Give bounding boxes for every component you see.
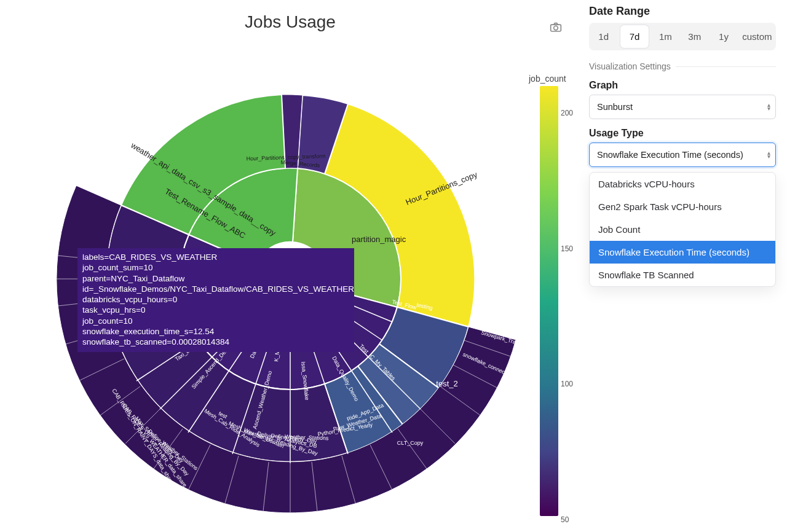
usage-type-label: Usage Type: [589, 128, 776, 139]
range-1m[interactable]: 1m: [651, 23, 680, 50]
usage-option-databricks[interactable]: Databricks vCPU-hours: [590, 173, 775, 195]
range-1y[interactable]: 1y: [709, 23, 738, 50]
settings-sidebar: Date Range 1d 7d 1m 3m 1y custom Visuali…: [580, 0, 787, 532]
range-7d[interactable]: 7d: [620, 25, 649, 48]
chart-panel: Jobs Usage: [0, 0, 580, 532]
chevron-updown-icon: ▴▾: [767, 103, 770, 111]
chevron-updown-icon: ▴▾: [767, 151, 770, 158]
range-custom[interactable]: custom: [738, 23, 776, 50]
usage-option-snowflake-tb[interactable]: Snowflake TB Scanned: [590, 264, 775, 286]
usage-option-gen2[interactable]: Gen2 Spark Task vCPU-hours: [590, 195, 775, 218]
chart-title: Jobs Usage: [12, 12, 568, 32]
svg-point-1: [554, 26, 558, 30]
usage-type-value: Snowflake Execution Time (seconds): [597, 150, 743, 160]
graph-label: Graph: [589, 80, 776, 91]
usage-option-jobcount[interactable]: Job Count: [590, 218, 775, 241]
graph-select[interactable]: Sunburst ▴▾: [589, 95, 776, 119]
date-range-group: 1d 7d 1m 3m 1y custom: [589, 23, 776, 50]
colorbar-gradient: [540, 86, 558, 516]
sunburst-chart[interactable]: partition_magic Hour_Partitions_copy Mer…: [50, 39, 530, 518]
hover-tooltip: labels=CAB_RIDES_VS_WEATHER job_count_su…: [77, 248, 354, 352]
date-range-label: Date Range: [589, 5, 776, 18]
usage-type-select[interactable]: Snowflake Execution Time (seconds) ▴▾: [589, 143, 776, 167]
viz-settings-label: Visualization Settings: [589, 61, 776, 71]
colorbar-title: job_count: [529, 74, 566, 84]
colorbar-ticks: 200 150 100 50: [561, 87, 573, 523]
snapshot-icon[interactable]: [550, 22, 562, 32]
colorbar: job_count 200 150 100 50: [540, 74, 562, 516]
graph-value: Sunburst: [597, 102, 633, 112]
usage-type-dropdown: Databricks vCPU-hours Gen2 Spark Task vC…: [589, 172, 776, 287]
range-3m[interactable]: 3m: [680, 23, 709, 50]
usage-option-snowflake-exec[interactable]: Snowflake Execution Time (seconds): [590, 241, 775, 264]
range-1d[interactable]: 1d: [589, 23, 618, 50]
